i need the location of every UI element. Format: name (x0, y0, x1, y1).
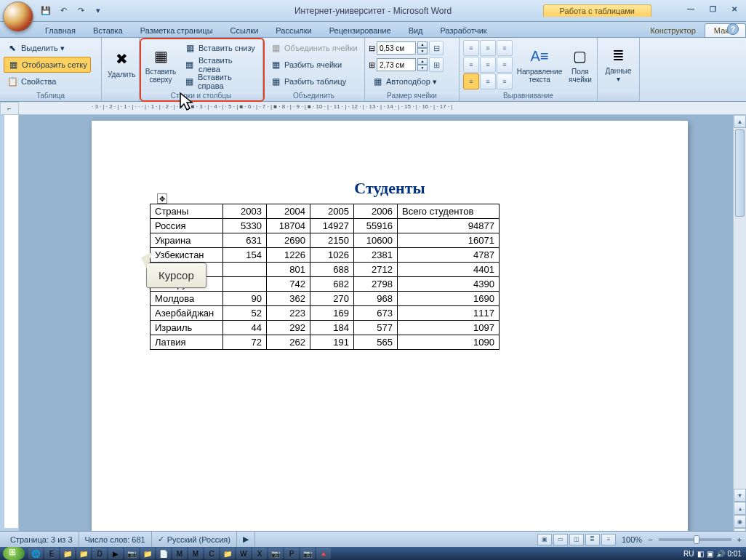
table-cell[interactable]: 1090 (398, 335, 500, 350)
table-row[interactable]: Украина631269021501060016071 (151, 233, 500, 248)
table-cell[interactable]: 801 (267, 263, 310, 277)
data-button[interactable]: ≣ Данные▾ (601, 40, 635, 87)
table-row[interactable]: Молдова903622709681690 (151, 292, 500, 306)
table-cell[interactable]: 4401 (398, 263, 500, 277)
height-down[interactable]: ▼ (417, 48, 428, 55)
align-tc[interactable]: ≡ (480, 40, 496, 56)
horizontal-ruler[interactable]: · 3 · | · 2 · | · 1 · | · · · | · 1 · | … (19, 102, 746, 115)
select-button[interactable]: ⬉Выделить ▾ (4, 40, 91, 56)
height-up[interactable]: ▲ (417, 41, 428, 48)
tray-icon[interactable]: ▣ (707, 550, 713, 558)
align-mc[interactable]: ≡ (480, 57, 496, 73)
tab-view[interactable]: Вид (400, 24, 432, 37)
scroll-up-button[interactable]: ▲ (734, 115, 746, 128)
autofit-button[interactable]: ▦Автоподбор ▾ (369, 73, 455, 89)
table-cell[interactable]: 292 (267, 321, 310, 335)
browse-object-button[interactable]: ◉ (734, 515, 746, 528)
width-up[interactable]: ▲ (417, 58, 428, 65)
table-cell[interactable]: Молдова (151, 292, 223, 306)
restore-button[interactable]: ❐ (705, 3, 720, 15)
table-cell[interactable]: 565 (354, 335, 398, 350)
table-move-handle[interactable]: ✥ (157, 193, 167, 204)
delete-button[interactable]: ✖ Удалить (105, 40, 137, 87)
table-row[interactable]: Россия533018704149275591694877 (151, 219, 500, 233)
tab-design[interactable]: Конструктор (641, 24, 705, 37)
view-full-screen[interactable]: ▭ (553, 534, 568, 545)
table-cell[interactable]: 682 (310, 277, 354, 292)
taskbar-item[interactable]: P (284, 548, 299, 559)
table-cell[interactable]: 4390 (398, 277, 500, 292)
tab-page-layout[interactable]: Разметка страницы (132, 24, 222, 37)
tab-references[interactable]: Ссылки (222, 24, 268, 37)
taskbar-item[interactable]: M (188, 548, 203, 559)
qat-customize-icon[interactable]: ▾ (92, 4, 105, 17)
table-cell[interactable]: 1690 (398, 292, 500, 306)
taskbar-item[interactable]: 🔺 (316, 548, 331, 559)
align-bl[interactable]: ≡ (463, 73, 479, 89)
zoom-in-button[interactable]: + (737, 535, 742, 544)
table-cell[interactable]: Россия (151, 219, 223, 233)
help-icon[interactable]: ? (727, 23, 739, 35)
taskbar-item[interactable]: 📁 (140, 548, 155, 559)
table-cell[interactable]: 2150 (310, 233, 354, 248)
insert-above-button[interactable]: ▦ Вставить сверху (143, 40, 178, 89)
table-cell[interactable]: 16071 (398, 233, 500, 248)
tray-lang[interactable]: RU (683, 550, 694, 558)
status-words[interactable]: Число слов: 681 (79, 532, 152, 547)
table-cell[interactable]: 55916 (354, 219, 398, 233)
align-tr[interactable]: ≡ (497, 40, 513, 56)
table-cell[interactable]: 270 (310, 292, 354, 306)
view-gridlines-button[interactable]: ▦Отобразить сетку (4, 57, 91, 73)
tray-time[interactable]: 0:01 (728, 550, 742, 558)
taskbar-item[interactable]: 📷 (300, 548, 315, 559)
tray-volume-icon[interactable]: 🔊 (716, 550, 725, 558)
qat-save-icon[interactable]: 💾 (39, 4, 52, 17)
table-cell[interactable]: 14927 (310, 219, 354, 233)
table-row[interactable]: Израиль442921845771097 (151, 321, 500, 335)
table-cell[interactable]: 262 (267, 335, 310, 350)
taskbar-item[interactable]: 📁 (76, 548, 91, 559)
split-table-button[interactable]: ▦Разбить таблицу (267, 73, 361, 89)
table-cell[interactable]: 94877 (398, 219, 500, 233)
zoom-level[interactable]: 100% (622, 535, 642, 544)
taskbar-item[interactable]: ▶ (108, 548, 123, 559)
table-cell[interactable]: 2381 (354, 248, 398, 263)
view-draft[interactable]: ≡ (601, 534, 616, 545)
vertical-scrollbar[interactable]: ▲ ▼ ▴ ◉ ▾ (733, 115, 746, 541)
table-cell[interactable]: 18704 (267, 219, 310, 233)
table-cell[interactable]: 10600 (354, 233, 398, 248)
taskbar-item[interactable]: W (236, 548, 251, 559)
taskbar-item[interactable]: 📁 (220, 548, 235, 559)
vertical-ruler[interactable] (4, 115, 19, 528)
table-cell[interactable]: 184 (310, 321, 354, 335)
qat-redo-icon[interactable]: ↷ (74, 4, 87, 17)
table-header-cell[interactable]: 2004 (267, 204, 310, 219)
view-print-layout[interactable]: ▣ (537, 534, 552, 545)
taskbar-item[interactable]: D (92, 548, 107, 559)
table-cell[interactable]: 2690 (267, 233, 310, 248)
distribute-cols-button[interactable]: ⊞ (429, 57, 444, 72)
document-page[interactable]: Студенты ✥ Страны2003200420052006Всего с… (92, 121, 688, 541)
table-cell[interactable]: 223 (267, 306, 310, 321)
table-header-cell[interactable]: 2006 (354, 204, 398, 219)
table-cell[interactable]: 631 (223, 233, 267, 248)
table-cell[interactable]: 1097 (398, 321, 500, 335)
text-direction-button[interactable]: A≡ Направление текста (516, 40, 563, 89)
close-button[interactable]: ✕ (727, 3, 742, 15)
status-language[interactable]: ✓Русский (Россия) (152, 532, 237, 547)
table-cell[interactable]: Израиль (151, 321, 223, 335)
table-cell[interactable]: 1117 (398, 306, 500, 321)
taskbar-item[interactable]: C (204, 548, 219, 559)
tab-review[interactable]: Рецензирование (321, 24, 400, 37)
insert-below-button[interactable]: ▦Вставить снизу (181, 40, 259, 56)
taskbar-item[interactable]: X (252, 548, 267, 559)
status-macro[interactable]: ▶ (237, 532, 255, 547)
table-cell[interactable]: Латвия (151, 335, 223, 350)
prev-page-button[interactable]: ▴ (734, 502, 746, 515)
table-cell[interactable]: Украина (151, 233, 223, 248)
table-cell[interactable]: 72 (223, 335, 267, 350)
table-cell[interactable]: 154 (223, 248, 267, 263)
taskbar-item[interactable]: 📁 (60, 548, 75, 559)
taskbar-item[interactable]: M (172, 548, 187, 559)
split-cells-button[interactable]: ▦Разбить ячейки (267, 57, 361, 73)
